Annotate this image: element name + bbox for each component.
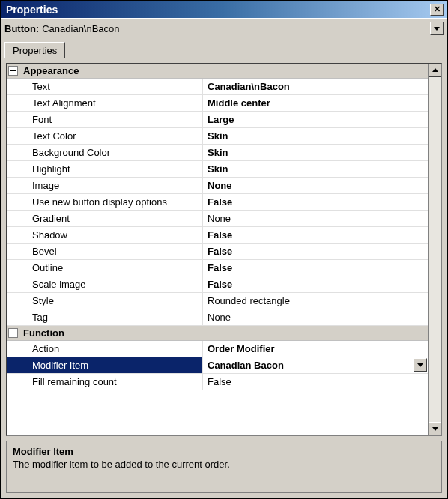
property-value-text: False (208, 376, 231, 387)
property-value-text: Large (208, 114, 234, 125)
property-name[interactable]: Scale image (7, 276, 203, 292)
scroll-down-button[interactable] (429, 422, 441, 435)
vertical-scrollbar[interactable] (428, 64, 441, 435)
property-value[interactable]: Large (203, 112, 428, 127)
property-row[interactable]: ActionOrder Modifier (7, 341, 428, 357)
object-selector: Button: Canadian\nBacon (1, 18, 447, 38)
property-row[interactable]: Scale imageFalse (7, 276, 428, 293)
property-name[interactable]: Modifier Item (7, 357, 203, 373)
expander-icon[interactable] (8, 66, 18, 76)
property-value[interactable]: Skin (203, 161, 428, 177)
property-value[interactable]: False (203, 244, 428, 259)
property-value-text: False (208, 279, 232, 290)
property-value[interactable]: None (203, 211, 428, 226)
property-name[interactable]: Text Alignment (7, 95, 203, 111)
property-value[interactable]: False (203, 374, 428, 390)
property-row[interactable]: OutlineFalse (7, 260, 428, 276)
property-name[interactable]: Text Color (7, 128, 203, 144)
property-value-text: Skin (208, 163, 228, 175)
window-title: Properties (6, 4, 58, 16)
property-value[interactable]: False (203, 276, 428, 292)
property-value-text: False (208, 246, 232, 257)
property-grid-wrap: AppearanceTextCanadian\nBaconText Alignm… (6, 63, 442, 436)
property-row[interactable]: BevelFalse (7, 244, 428, 260)
property-name[interactable]: Tag (7, 309, 203, 325)
property-value[interactable]: None (203, 178, 428, 193)
property-value-text: Canadian\nBacon (208, 81, 290, 92)
property-value[interactable]: Middle center (203, 95, 428, 111)
property-name[interactable]: Style (7, 293, 203, 309)
property-name[interactable]: Text (7, 79, 203, 94)
scroll-up-button[interactable] (429, 64, 441, 77)
property-value[interactable]: Order Modifier (203, 341, 428, 357)
property-value[interactable]: Canadian\nBacon (203, 79, 428, 94)
category-header[interactable]: Function (7, 326, 428, 341)
property-value-text: None (208, 180, 232, 191)
property-row[interactable]: FontLarge (7, 112, 428, 128)
property-value[interactable]: Rounded rectangle (203, 293, 428, 309)
tabstrip: Properties (1, 38, 447, 58)
property-value-text: None (208, 312, 231, 323)
properties-window: Properties ✕ Button: Canadian\nBacon Pro… (0, 0, 448, 499)
description-title: Modifier Item (13, 446, 435, 457)
value-dropdown-button[interactable] (414, 358, 427, 372)
property-row[interactable]: Modifier ItemCanadian Bacon (7, 357, 428, 374)
property-value[interactable]: Skin (203, 145, 428, 160)
property-grid: AppearanceTextCanadian\nBaconText Alignm… (7, 64, 428, 435)
property-row[interactable]: ImageNone (7, 178, 428, 194)
object-value: Canadian\nBacon (42, 23, 430, 34)
property-row[interactable]: Background ColorSkin (7, 145, 428, 161)
property-value-text: False (208, 262, 232, 273)
property-value-text: None (208, 213, 231, 224)
property-value[interactable]: False (203, 227, 428, 243)
property-name[interactable]: Background Color (7, 145, 203, 160)
property-row[interactable]: Use new button display optionsFalse (7, 194, 428, 211)
property-name[interactable]: Image (7, 178, 203, 193)
close-button[interactable]: ✕ (430, 4, 444, 16)
category-name: Function (23, 327, 64, 339)
property-row[interactable]: Fill remaining countFalse (7, 374, 428, 390)
property-name[interactable]: Action (7, 341, 203, 357)
property-value[interactable]: False (203, 194, 428, 210)
object-label: Button: (4, 23, 39, 34)
property-value-text: Middle center (208, 97, 270, 109)
property-name[interactable]: Highlight (7, 161, 203, 177)
property-value-text: Rounded rectangle (208, 295, 290, 306)
scroll-track[interactable] (429, 77, 441, 422)
titlebar: Properties ✕ (1, 1, 447, 18)
property-row[interactable]: HighlightSkin (7, 161, 428, 178)
property-value-text: False (208, 196, 232, 208)
property-value-text: False (208, 229, 232, 241)
property-value-text: Skin (208, 147, 228, 158)
property-row[interactable]: TextCanadian\nBacon (7, 79, 428, 95)
property-row[interactable]: TagNone (7, 309, 428, 326)
property-name[interactable]: Fill remaining count (7, 374, 203, 390)
property-value-text: Canadian Bacon (208, 360, 284, 371)
object-dropdown-button[interactable] (430, 22, 444, 35)
category-name: Appearance (23, 65, 79, 76)
property-name[interactable]: Gradient (7, 211, 203, 226)
description-text: The modifier item to be added to the cur… (13, 459, 435, 470)
property-value[interactable]: None (203, 309, 428, 325)
property-value[interactable]: Skin (203, 128, 428, 144)
property-name[interactable]: Bevel (7, 244, 203, 259)
property-name[interactable]: Shadow (7, 227, 203, 243)
property-row[interactable]: Text ColorSkin (7, 128, 428, 145)
description-pane: Modifier Item The modifier item to be ad… (6, 441, 442, 493)
property-row[interactable]: StyleRounded rectangle (7, 293, 428, 309)
property-value-text: Order Modifier (208, 343, 275, 354)
property-value[interactable]: False (203, 260, 428, 276)
property-value[interactable]: Canadian Bacon (203, 357, 428, 373)
property-name[interactable]: Use new button display options (7, 194, 203, 210)
property-row[interactable]: ShadowFalse (7, 227, 428, 244)
property-value-text: Skin (208, 130, 228, 142)
property-name[interactable]: Outline (7, 260, 203, 276)
tab-properties[interactable]: Properties (4, 42, 65, 58)
category-header[interactable]: Appearance (7, 64, 428, 79)
property-row[interactable]: GradientNone (7, 211, 428, 227)
property-name[interactable]: Font (7, 112, 203, 127)
expander-icon[interactable] (8, 328, 18, 338)
property-row[interactable]: Text AlignmentMiddle center (7, 95, 428, 112)
